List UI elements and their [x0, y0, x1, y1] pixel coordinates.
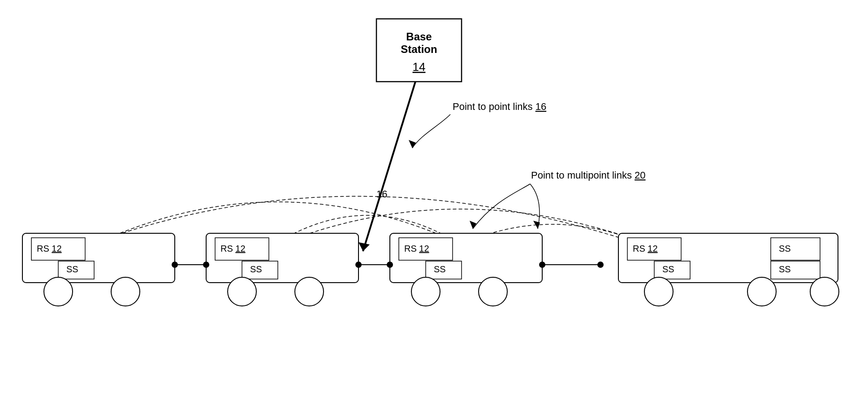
svg-point-9 [44, 277, 73, 306]
train2-rs-label: RS 12 [220, 244, 246, 253]
base-station-line1: Base [406, 31, 432, 43]
base-station-id: 14 [413, 60, 426, 74]
train4-ss1-label: SS [662, 264, 674, 274]
train4-rs-label: RS 12 [633, 244, 658, 253]
link-id-16: 16 [376, 188, 387, 200]
train3-rs-label: RS 12 [404, 244, 429, 253]
svg-rect-32 [771, 261, 820, 279]
svg-marker-4 [470, 221, 476, 229]
svg-marker-3 [409, 140, 416, 148]
svg-point-27 [597, 262, 604, 268]
svg-point-22 [411, 277, 440, 306]
svg-line-1 [363, 82, 415, 251]
train3-ss-label: SS [434, 264, 446, 274]
svg-marker-2 [358, 242, 370, 251]
ptmp-label: Point to multipoint links 20 [531, 170, 646, 181]
train1-ss-label: SS [66, 264, 78, 274]
train1-rs-label: RS 12 [37, 244, 62, 253]
ptp-label: Point to point links 16 [453, 101, 546, 112]
train4-ss3-label: SS [779, 264, 791, 274]
train2-ss-label: SS [250, 264, 262, 274]
svg-point-15 [228, 277, 256, 306]
svg-point-10 [111, 277, 140, 306]
base-station-line2: Station [401, 43, 437, 55]
train4-ss2-label: SS [779, 244, 791, 253]
svg-point-16 [295, 277, 324, 306]
svg-point-35 [810, 277, 839, 306]
svg-point-33 [644, 277, 673, 306]
svg-point-23 [479, 277, 507, 306]
diagram-container: Base Station 14 Point to point links 16 … [0, 0, 868, 393]
svg-rect-31 [771, 238, 820, 260]
svg-point-34 [747, 277, 776, 306]
